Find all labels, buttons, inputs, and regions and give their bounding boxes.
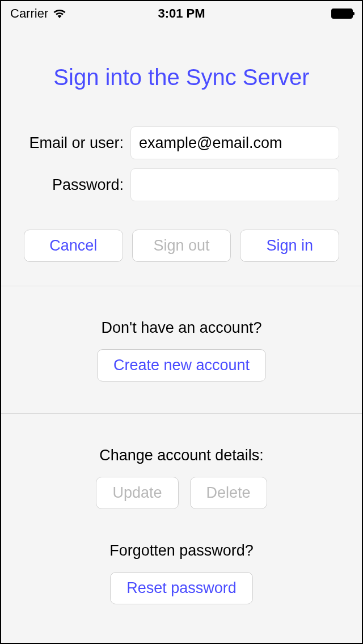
- change-details-prompt: Change account details:: [24, 447, 339, 464]
- email-row: Email or user:: [1, 122, 362, 164]
- password-row: Password:: [1, 164, 362, 206]
- forgot-password-prompt: Forgotten password?: [24, 542, 339, 560]
- sign-out-button: Sign out: [132, 230, 231, 262]
- status-time: 3:01 PM: [158, 6, 205, 21]
- status-left: Carrier: [10, 6, 66, 21]
- sign-in-button[interactable]: Sign in: [240, 230, 339, 262]
- password-field[interactable]: [130, 168, 339, 201]
- divider: [1, 286, 362, 286]
- page-title: Sign into the Sync Server: [1, 65, 362, 90]
- update-button: Update: [96, 477, 178, 509]
- update-delete-row: Update Delete: [24, 477, 339, 509]
- cancel-button[interactable]: Cancel: [24, 230, 123, 262]
- forgot-password-section: Forgotten password? Reset password: [1, 542, 362, 604]
- carrier-label: Carrier: [10, 6, 48, 21]
- status-right: [331, 9, 353, 19]
- delete-button: Delete: [190, 477, 267, 509]
- create-account-button[interactable]: Create new account: [97, 349, 266, 382]
- divider: [1, 413, 362, 414]
- password-label: Password:: [24, 176, 124, 194]
- battery-fill: [332, 10, 352, 18]
- status-bar: Carrier 3:01 PM: [1, 1, 362, 24]
- battery-icon: [331, 9, 353, 19]
- primary-button-row: Cancel Sign out Sign in: [1, 206, 362, 286]
- email-field[interactable]: [130, 126, 339, 159]
- email-label: Email or user:: [24, 134, 124, 152]
- create-account-section: Don't have an account? Create new accoun…: [1, 319, 362, 382]
- no-account-prompt: Don't have an account?: [24, 319, 339, 337]
- reset-password-button[interactable]: Reset password: [110, 572, 253, 604]
- wifi-icon: [53, 9, 66, 19]
- change-details-section: Change account details: Update Delete: [1, 447, 362, 509]
